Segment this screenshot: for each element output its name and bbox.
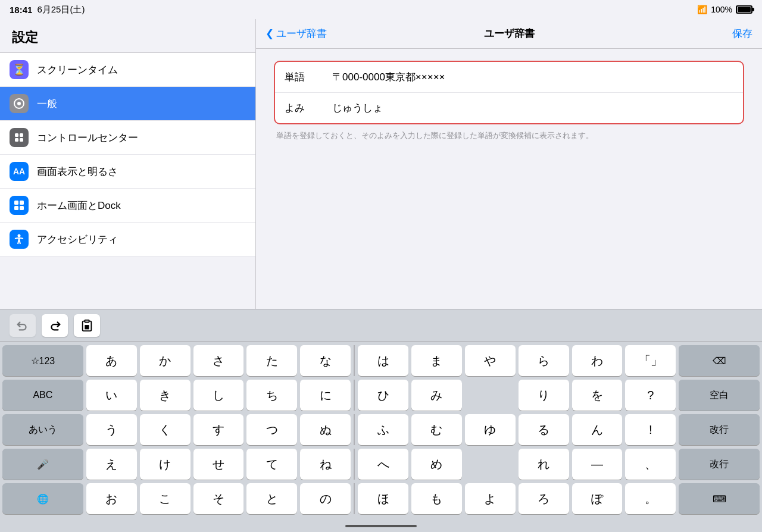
key-a[interactable]: あ [86,345,137,376]
key-mi[interactable]: み [411,380,462,411]
key-ri[interactable]: り [519,380,569,411]
key-su[interactable]: す [193,414,244,445]
status-date: 6月25日(土) [37,4,85,15]
form-reading-row: よみ じゅうしょ [275,92,743,123]
keyboard: ☆123 あ か さ た な は ま や ら わ 「」 ⌫ ABC い き し … [0,342,762,520]
key-touten[interactable]: 、 [625,449,676,480]
key-yu[interactable]: ゆ [465,414,516,445]
key-ne[interactable]: ね [300,449,351,480]
key-ra[interactable]: ら [519,345,569,376]
accessibility-icon [10,230,29,249]
key-ma[interactable]: ま [411,345,462,376]
key-po[interactable]: ぽ [572,483,623,514]
key-mo[interactable]: も [411,483,462,514]
control-center-icon [10,128,29,147]
key-ko[interactable]: こ [140,483,190,514]
key-ka[interactable]: か [140,345,190,376]
form-word-row: 単語 〒000-0000東京都××××× [275,62,743,92]
key-kuten[interactable]: 。 [625,483,676,514]
key-mu[interactable]: む [411,414,462,445]
key-re[interactable]: れ [519,449,569,480]
keyboard-row-3: あいう う く す つ ぬ ふ む ゆ る ん ! 改行 [0,414,762,445]
key-ni[interactable]: に [300,380,351,411]
key-to[interactable]: と [246,483,297,514]
key-mic[interactable]: 🎤 [2,449,83,480]
key-hu[interactable]: ふ [358,414,408,445]
key-so[interactable]: そ [193,483,244,514]
general-icon [10,94,29,113]
key-i[interactable]: い [86,380,137,411]
key-ta[interactable]: た [246,345,297,376]
key-enter-2[interactable]: 改行 [679,449,760,480]
key-ya[interactable]: や [465,345,516,376]
key-me[interactable]: め [411,449,462,480]
main-layout: 設定 ⏳ スクリーンタイム 一般 [0,19,762,532]
key-ku[interactable]: く [140,414,190,445]
key-si[interactable]: し [193,380,244,411]
svg-rect-2 [15,133,18,137]
reading-value[interactable]: じゅうしょ [332,101,733,115]
key-123[interactable]: ☆123 [2,345,83,376]
key-ro[interactable]: ろ [519,483,569,514]
keyboard-vsep-1 [354,345,355,376]
wifi-icon: 📶 [697,5,707,14]
key-ru[interactable]: る [519,414,569,445]
key-ho[interactable]: ほ [358,483,408,514]
key-delete[interactable]: ⌫ [679,345,760,376]
key-tu[interactable]: つ [246,414,297,445]
home-icon [10,196,29,215]
sidebar-item-accessibility[interactable]: アクセシビリティ [0,223,255,256]
sidebar: 設定 ⏳ スクリーンタイム 一般 [0,19,256,309]
sidebar-item-control-center[interactable]: コントロールセンター [0,121,255,155]
key-u[interactable]: う [86,414,137,445]
nav-back-button[interactable]: ❮ ユーザ辞書 [266,27,327,40]
word-value[interactable]: 〒000-0000東京都××××× [332,70,733,84]
control-center-label: コントロールセンター [37,131,138,145]
key-yo[interactable]: よ [465,483,516,514]
battery-text: 100% [711,5,732,14]
key-he[interactable]: へ [358,449,408,480]
key-nn[interactable]: ん [572,414,623,445]
key-hi[interactable]: ひ [358,380,408,411]
sidebar-item-display[interactable]: AA 画面表示と明るさ [0,155,255,189]
key-te[interactable]: て [246,449,297,480]
key-aiueo[interactable]: あいう [2,414,83,445]
keyboard-row-5: 🌐 お こ そ と の ほ も よ ろ ぽ 。 ⌨ [0,483,762,514]
sidebar-item-screen-time[interactable]: ⏳ スクリーンタイム [0,53,255,87]
key-ke[interactable]: け [140,449,190,480]
key-keyboard-hide[interactable]: ⌨ [679,483,760,514]
key-na[interactable]: な [300,345,351,376]
key-question[interactable]: ? [625,380,676,411]
key-globe[interactable]: 🌐 [2,483,83,514]
nav-save-button[interactable]: 保存 [732,27,752,40]
key-se[interactable]: せ [193,449,244,480]
word-label: 単語 [285,70,332,84]
paste-button[interactable] [74,314,100,337]
sidebar-item-home[interactable]: ホーム画面とDock [0,189,255,223]
undo-button[interactable] [10,314,36,337]
keyboard-vsep-4 [354,449,355,480]
key-dash[interactable]: — [572,449,623,480]
screen-time-icon: ⏳ [10,60,29,79]
key-abc[interactable]: ABC [2,380,83,411]
key-o[interactable]: お [86,483,137,514]
status-time: 18:41 [10,5,32,15]
keyboard-row-2: ABC い き し ち に ひ み り を ? 空白 [0,380,762,411]
key-ti[interactable]: ち [246,380,297,411]
key-e[interactable]: え [86,449,137,480]
key-space[interactable]: 空白 [679,380,760,411]
key-wa[interactable]: わ [572,345,623,376]
redo-button[interactable] [42,314,68,337]
key-sa[interactable]: さ [193,345,244,376]
sidebar-item-general[interactable]: 一般 [0,87,255,121]
key-wo[interactable]: を [572,380,623,411]
key-no[interactable]: の [300,483,351,514]
svg-rect-9 [20,206,24,210]
key-enter[interactable]: 改行 [679,414,760,445]
key-excl[interactable]: ! [625,414,676,445]
key-kagi[interactable]: 「」 [625,345,676,376]
key-ha[interactable]: は [358,345,408,376]
key-ki[interactable]: き [140,380,190,411]
chevron-left-icon: ❮ [266,27,274,40]
key-nu[interactable]: ぬ [300,414,351,445]
